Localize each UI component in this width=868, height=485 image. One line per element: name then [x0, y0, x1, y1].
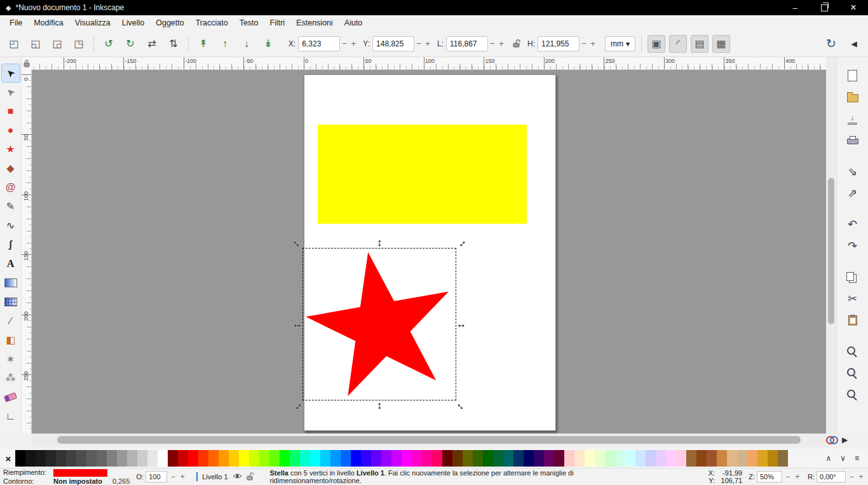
duplicate-button[interactable] [843, 267, 863, 287]
stroke-value[interactable]: Non impostato [53, 478, 108, 485]
new-document-button[interactable] [843, 65, 863, 86]
palette-swatch[interactable] [696, 450, 707, 467]
h-field-decrease-button[interactable]: − [580, 37, 588, 51]
palette-swatch[interactable] [574, 450, 585, 467]
palette-swatch[interactable] [290, 450, 300, 467]
palette-swatch[interactable] [646, 450, 656, 467]
h-field-input[interactable]: 121,955 [538, 36, 580, 51]
color-management-icon[interactable] [826, 436, 834, 444]
palette-swatch[interactable] [432, 450, 442, 467]
handle-e[interactable]: ↔ [456, 318, 467, 330]
y-field-input[interactable]: 148,825 [372, 36, 414, 51]
palette-swatch[interactable] [544, 450, 554, 467]
opacity-increase-button[interactable]: + [179, 472, 186, 481]
palette-swatch[interactable] [585, 450, 595, 467]
x-field-increase-button[interactable]: + [349, 37, 358, 51]
menu-file[interactable]: File [4, 17, 28, 29]
zoom-input[interactable]: 50% [757, 471, 782, 482]
move-gradients-toggle[interactable]: ▤ [691, 35, 709, 53]
rotate-ccw-button[interactable]: ↺ [100, 35, 118, 53]
x-field-input[interactable]: 6,323 [298, 36, 340, 51]
menu-livello[interactable]: Livello [116, 17, 150, 29]
eraser-tool[interactable] [1, 388, 20, 407]
rotation-input[interactable]: 0,00° [817, 471, 846, 482]
redo-button[interactable]: ↷ [843, 236, 863, 256]
palette-swatch[interactable] [66, 450, 76, 467]
palette-swatch[interactable] [188, 450, 198, 467]
spray-tool[interactable]: ⁂ [1, 369, 20, 388]
palette-swatch[interactable] [625, 450, 635, 467]
palette-swatch[interactable] [158, 450, 168, 467]
palette-swatch[interactable] [452, 450, 463, 467]
x-field-decrease-button[interactable]: − [340, 37, 349, 51]
node-tool[interactable]: ➤ [1, 83, 20, 102]
tweak-tool[interactable]: ∗ [1, 350, 20, 369]
palette-swatch[interactable] [361, 450, 371, 467]
collapse-snapbar-button[interactable]: ◀ [845, 35, 863, 53]
palette-swatch[interactable] [747, 450, 757, 467]
canvas[interactable]: ↔↕↔↔↔↔↕↔ [32, 70, 826, 434]
menu-oggetto[interactable]: Oggetto [150, 17, 189, 29]
y-field-increase-button[interactable]: + [423, 37, 432, 51]
palette-swatch[interactable] [249, 450, 259, 467]
pencil-tool[interactable]: ✎ [1, 197, 20, 216]
palette-swatch[interactable] [707, 450, 717, 467]
zoom-decrease-button[interactable]: − [784, 472, 792, 481]
zoom-drawing-button[interactable] [843, 363, 863, 383]
palette-scroll-down-button[interactable]: ∨ [840, 454, 846, 463]
scale-stroke-toggle[interactable]: ▣ [648, 35, 665, 53]
handle-w[interactable]: ↔ [292, 318, 303, 330]
palette-swatch[interactable] [727, 450, 737, 467]
menu-modifica[interactable]: Modifica [28, 17, 69, 29]
handle-s[interactable]: ↕ [374, 400, 385, 411]
palette-swatch[interactable] [605, 450, 615, 467]
palette-swatch[interactable] [442, 450, 452, 467]
cut-button[interactable]: ✂ [843, 289, 863, 309]
palette-swatch[interactable] [219, 450, 229, 467]
rotation-increase-button[interactable]: + [857, 472, 865, 481]
palette-swatch[interactable] [198, 450, 208, 467]
rotate-cw-button[interactable]: ↻ [121, 35, 139, 53]
palette-swatch[interactable] [269, 450, 280, 467]
palette-swatch[interactable] [778, 450, 788, 467]
palette-swatch[interactable] [107, 450, 117, 467]
palette-swatch[interactable] [320, 450, 330, 467]
menu-visualizza[interactable]: Visualizza [69, 17, 116, 29]
raise-button[interactable]: ↑ [216, 35, 234, 53]
palette-swatch[interactable] [412, 450, 422, 467]
mesh-tool[interactable] [1, 292, 20, 311]
close-button[interactable]: × [839, 0, 868, 15]
menu-testo[interactable]: Testo [234, 17, 264, 29]
dropper-tool[interactable]: ∕ [1, 311, 20, 331]
palette-swatch[interactable] [147, 450, 158, 467]
palette-swatch[interactable] [676, 450, 686, 467]
lock-ratio-icon[interactable] [512, 39, 521, 48]
palette-swatch[interactable] [341, 450, 351, 467]
palette-swatch[interactable] [127, 450, 137, 467]
vertical-ruler[interactable]: 050100150200250 [22, 70, 32, 434]
minimize-button[interactable]: – [780, 0, 810, 15]
zoom-increase-button[interactable]: + [794, 472, 801, 481]
gradient-tool[interactable] [1, 273, 20, 292]
h-field-increase-button[interactable]: + [588, 37, 597, 51]
palette-swatch[interactable] [46, 450, 56, 467]
fill-color-indicator[interactable] [53, 469, 107, 477]
remove-color-button[interactable]: × [1, 450, 15, 467]
undo-button[interactable]: ↶ [843, 214, 863, 235]
connector-tool[interactable]: ∟ [1, 407, 20, 426]
palette-swatch[interactable] [463, 450, 473, 467]
palette-swatch[interactable] [737, 450, 747, 467]
palette-swatch[interactable] [117, 450, 127, 467]
palette-swatch[interactable] [280, 450, 290, 467]
palette-swatch[interactable] [513, 450, 524, 467]
flip-vertical-button[interactable]: ⇅ [165, 35, 182, 53]
palette-menu-button[interactable]: ≡ [855, 454, 859, 463]
palette-swatch[interactable] [615, 450, 625, 467]
palette-swatch[interactable] [239, 450, 249, 467]
palette-swatch[interactable] [86, 450, 97, 467]
l-field-increase-button[interactable]: + [497, 37, 506, 51]
calligraphy-tool[interactable]: ʃ [1, 235, 20, 254]
palette-swatch[interactable] [666, 450, 676, 467]
open-document-button[interactable] [843, 87, 863, 107]
select-all-layers-button[interactable]: ◱ [27, 35, 44, 53]
